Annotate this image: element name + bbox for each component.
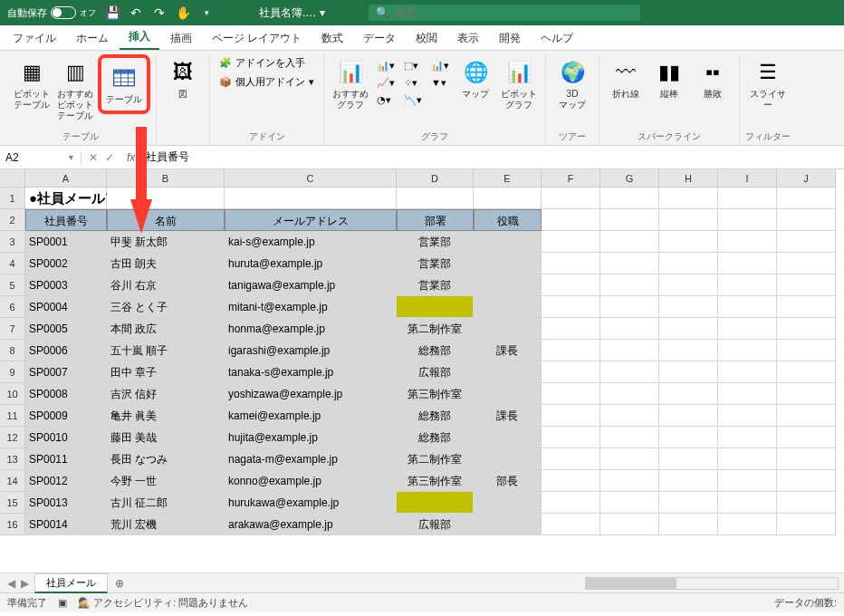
cell[interactable]: SP0013 <box>25 492 107 514</box>
qat-more-icon[interactable]: ▾ <box>197 4 216 22</box>
cell[interactable] <box>542 448 600 470</box>
accessibility-status[interactable]: 🕵 アクセシビリティ: 問題ありません <box>78 596 248 610</box>
chart-combo-button[interactable]: 📉▾ <box>400 92 426 108</box>
cell[interactable] <box>600 361 659 383</box>
cell[interactable] <box>659 318 718 340</box>
cell[interactable] <box>659 231 718 253</box>
cell[interactable] <box>659 514 718 535</box>
row-header-14[interactable]: 14 <box>0 470 25 492</box>
pivot-table-button[interactable]: ▦ ピボット テーブル <box>11 54 53 114</box>
pivot-chart-button[interactable]: 📊 ピボットグラフ <box>498 54 540 114</box>
ribbon-tab-挿入[interactable]: 挿入 <box>120 25 159 50</box>
row-header-2[interactable]: 2 <box>0 209 25 231</box>
cell[interactable]: konno@example.jp <box>225 470 397 492</box>
cell[interactable] <box>600 231 659 253</box>
column-header-I[interactable]: I <box>718 169 777 188</box>
column-header-A[interactable]: A <box>25 169 107 188</box>
cell[interactable] <box>777 231 836 253</box>
row-header-10[interactable]: 10 <box>0 383 25 405</box>
cell[interactable]: 第二制作室 <box>397 318 474 340</box>
ribbon-tab-データ[interactable]: データ <box>354 27 405 50</box>
cell[interactable]: hujita@example.jp <box>225 427 397 448</box>
recommended-pivot-button[interactable]: ▥ おすすめ ピボットテーブル <box>54 54 96 125</box>
cell[interactable] <box>659 340 718 361</box>
cell[interactable] <box>600 427 659 448</box>
cell[interactable] <box>718 274 777 296</box>
chart-pie-button[interactable]: ◔▾ <box>373 92 398 108</box>
cell[interactable] <box>777 188 836 209</box>
cell[interactable] <box>600 514 659 535</box>
cell[interactable]: tanaka-s@example.jp <box>225 361 397 383</box>
cell[interactable] <box>718 514 777 535</box>
cell[interactable]: SP0010 <box>25 427 107 448</box>
cell[interactable] <box>542 274 600 296</box>
cell[interactable]: 谷川 右京 <box>107 274 225 296</box>
cell[interactable] <box>600 448 659 470</box>
cell[interactable]: メールアドレス <box>225 209 397 231</box>
cell[interactable] <box>474 492 542 514</box>
cell[interactable]: 第二制作室 <box>397 448 474 470</box>
cell[interactable] <box>718 296 777 318</box>
cell[interactable] <box>777 514 836 535</box>
cell[interactable] <box>777 470 836 492</box>
touch-mode-icon[interactable]: ✋ <box>174 4 192 22</box>
column-header-F[interactable]: F <box>542 169 600 188</box>
cell[interactable] <box>718 492 777 514</box>
cell[interactable] <box>397 188 474 209</box>
cell[interactable] <box>718 383 777 405</box>
sparkline-line-button[interactable]: 〰折れ線 <box>605 54 647 103</box>
cell[interactable]: 亀井 眞美 <box>107 405 225 427</box>
ribbon-tab-ヘルプ[interactable]: ヘルプ <box>532 27 582 50</box>
cell[interactable]: mitani-t@example.jp <box>225 296 397 318</box>
cell[interactable] <box>600 296 659 318</box>
cell[interactable] <box>718 361 777 383</box>
column-header-E[interactable]: E <box>474 169 542 188</box>
row-header-16[interactable]: 16 <box>0 514 25 535</box>
name-box[interactable]: A2 ▼ <box>0 151 82 164</box>
cell[interactable] <box>397 296 474 318</box>
cell[interactable]: 社員番号 <box>25 209 107 231</box>
cell[interactable]: 広報部 <box>397 514 474 535</box>
cell[interactable] <box>542 296 600 318</box>
cell[interactable]: 第三制作室 <box>397 383 474 405</box>
ribbon-tab-校閲[interactable]: 校閲 <box>407 27 446 50</box>
cell[interactable]: 広報部 <box>397 361 474 383</box>
cell[interactable]: 古田 朗夫 <box>107 253 225 274</box>
cell[interactable] <box>542 405 600 427</box>
autosave-toggle-icon[interactable] <box>51 6 76 19</box>
cell[interactable] <box>542 492 600 514</box>
cell[interactable]: 営業部 <box>397 274 474 296</box>
cell[interactable]: 本間 政広 <box>107 318 225 340</box>
undo-icon[interactable]: ↶ <box>127 4 145 22</box>
ribbon-tab-開発[interactable]: 開発 <box>490 27 530 50</box>
redo-icon[interactable]: ↷ <box>150 4 168 22</box>
macro-icon[interactable]: ▣ <box>58 597 67 609</box>
3d-map-button[interactable]: 🌍 3D マップ <box>551 54 593 114</box>
chart-scatter-button[interactable]: ⁘▾ <box>400 75 426 91</box>
cell[interactable]: 総務部 <box>397 340 474 361</box>
add-sheet-button[interactable]: ⊕ <box>111 575 128 592</box>
column-header-H[interactable]: H <box>659 169 718 188</box>
cell[interactable] <box>777 209 836 231</box>
save-icon[interactable]: 💾 <box>103 4 121 22</box>
cell[interactable]: SP0007 <box>25 361 107 383</box>
cancel-formula-icon[interactable]: ✕ <box>89 151 98 164</box>
cell[interactable] <box>542 427 600 448</box>
cell[interactable]: nagata-m@example.jp <box>225 448 397 470</box>
cell[interactable] <box>542 340 600 361</box>
cell[interactable] <box>659 405 718 427</box>
cell[interactable] <box>542 318 600 340</box>
sparkline-winloss-button[interactable]: ▪▪勝敗 <box>692 54 734 103</box>
ribbon-tab-表示[interactable]: 表示 <box>448 27 488 50</box>
cell[interactable] <box>474 448 542 470</box>
maps-button[interactable]: 🌐 マップ <box>455 54 496 103</box>
cell[interactable]: 部長 <box>474 470 542 492</box>
cell[interactable] <box>718 427 777 448</box>
sheet-next-icon[interactable]: ▶ <box>19 577 31 590</box>
horizontal-scrollbar[interactable] <box>131 577 839 590</box>
chart-funnel-button[interactable]: ▼▾ <box>427 75 453 91</box>
cell[interactable] <box>600 318 659 340</box>
cell[interactable]: SP0006 <box>25 340 107 361</box>
cell[interactable] <box>542 383 600 405</box>
row-header-15[interactable]: 15 <box>0 492 25 514</box>
